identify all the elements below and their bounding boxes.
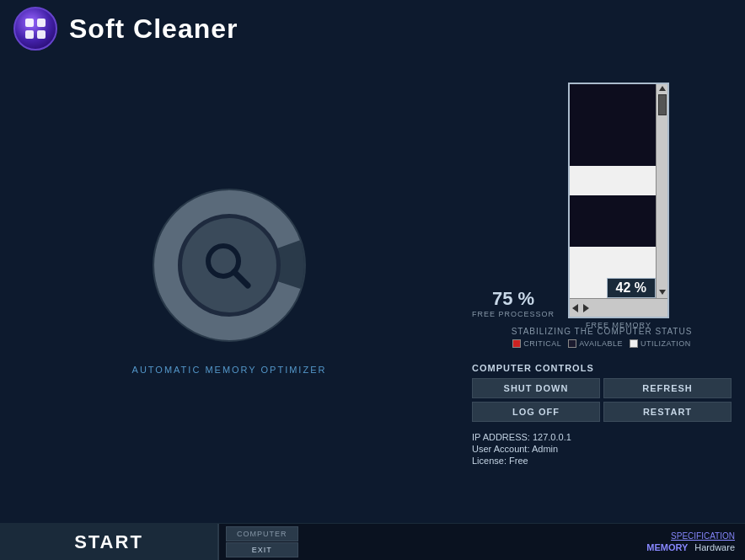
processor-label: FREE PROCESSOR [472,310,555,318]
scroll-right-arrow [583,304,589,312]
controls-section: COMPUTER CONTROLS SHUT DOWN REFRESH LOG … [472,363,732,422]
bottom-right: SPECIFICATION MEMORY Hardware [636,528,745,556]
log-off-button[interactable]: LOG OFF [472,402,600,422]
bottom-bar: START COMPUTER EXIT SPECIFICATION MEMORY… [0,523,745,560]
scroll-up-arrow [659,86,666,91]
specification-link[interactable]: SPECIFICATION [671,531,735,541]
legend-available: AVAILABLE [568,339,623,348]
legend-row: CRITICAL AVAILABLE UTILIZATION [472,339,732,348]
ip-address: IP ADDRESS: 127.0.0.1 [472,432,732,442]
chart-seg-3 [570,195,656,247]
shut-down-button[interactable]: SHUT DOWN [472,378,600,398]
chart-seg-1 [570,84,656,166]
svg-rect-2 [25,30,34,39]
legend-available-label: AVAILABLE [579,339,623,348]
computer-button[interactable]: COMPUTER [226,526,298,541]
svg-rect-1 [37,19,46,27]
bottom-tabs: MEMORY Hardware [646,542,735,552]
app-title: Soft Cleaner [69,13,238,45]
legend-critical-label: CRITICAL [523,339,561,348]
svg-rect-3 [37,30,46,39]
info-section: IP ADDRESS: 127.0.0.1 User Account: Admi… [472,432,732,467]
user-account: User Account: Admin [472,444,732,454]
chart-area [570,84,656,298]
legend-critical: CRITICAL [512,339,561,348]
memory-value: 42 % [616,280,646,295]
processor-metric: 75 % FREE PROCESSOR [472,288,555,318]
processor-value: 75 % [492,288,534,310]
memory-label: FREE MEMORY [568,321,669,329]
stabilizing-section: STABILIZING THE COMPUTER STATUS CRITICAL… [472,327,732,355]
svg-rect-0 [25,19,34,27]
optimizer-circle [145,181,314,349]
bottom-center-buttons: COMPUTER EXIT [219,523,305,560]
chart-seg-2 [570,166,656,196]
memory-chart: 42 % FREE MEMORY [568,83,669,318]
left-panel: AUTOMATIC MEMORY OPTIMIZER [0,57,458,523]
controls-title: COMPUTER CONTROLS [472,363,732,373]
controls-grid: SHUT DOWN REFRESH LOG OFF RESTART [472,378,732,422]
legend-utilization-label: UTILIZATION [640,339,691,348]
scroll-thumb [658,94,667,115]
header: Soft Cleaner [0,0,745,57]
exit-button[interactable]: EXIT [226,542,298,557]
optimizer-label: AUTOMATIC MEMORY OPTIMIZER [132,365,327,375]
chart-hscrollbar[interactable] [570,298,667,317]
scroll-left-arrow [572,304,578,312]
restart-button[interactable]: RESTART [603,402,732,422]
metrics-wrapper: 75 % FREE PROCESSOR [472,83,732,318]
tab-memory[interactable]: MEMORY [646,542,688,552]
memory-chart-box: 42 % [568,83,669,318]
tab-hardware[interactable]: Hardware [694,542,735,552]
right-panel: 75 % FREE PROCESSOR [458,57,745,523]
legend-utilization: UTILIZATION [630,339,691,348]
chart-scrollbar[interactable] [656,84,667,298]
license-info: License: Free [472,456,732,466]
main-content: AUTOMATIC MEMORY OPTIMIZER 75 % FREE PRO… [0,57,745,523]
legend-utilization-box [630,339,638,348]
refresh-button[interactable]: REFRESH [603,378,732,398]
scroll-down-arrow [659,290,666,295]
memory-value-badge: 42 % [607,278,656,298]
svg-point-7 [182,218,276,312]
legend-critical-box [512,339,521,348]
legend-available-box [568,339,576,348]
app-logo [13,7,57,51]
start-button[interactable]: START [0,524,219,561]
